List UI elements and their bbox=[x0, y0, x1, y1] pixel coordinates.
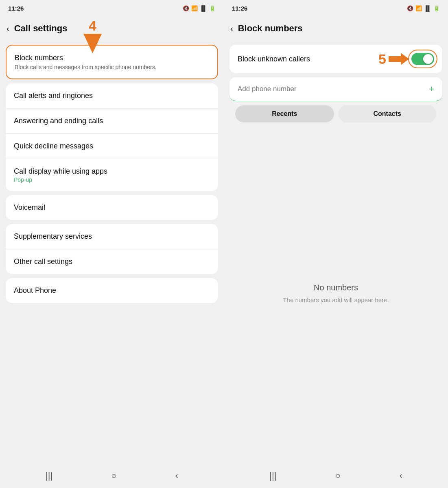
battery-icon: 🔋 bbox=[209, 5, 216, 11]
status-icons-left: 🔇 📶 ▐▌ 🔋 bbox=[183, 5, 216, 11]
annotation-4: 4 bbox=[81, 18, 104, 54]
card-call-options: Call alerts and ringtones Answering and … bbox=[6, 83, 218, 191]
call-display-item[interactable]: Call display while using apps Pop-up bbox=[6, 159, 218, 191]
about-phone-label: About Phone bbox=[14, 286, 210, 295]
add-phone-row[interactable]: + bbox=[229, 77, 442, 101]
time-left: 11:26 bbox=[8, 5, 24, 12]
signal-icon-right: ▐▌ bbox=[424, 5, 431, 11]
status-icons-right: 🔇 📶 ▐▌ 🔋 bbox=[407, 5, 440, 11]
down-arrow-icon bbox=[81, 34, 104, 54]
signal-icon: ▐▌ bbox=[200, 5, 207, 11]
card-supplementary: Supplementary services Other call settin… bbox=[6, 224, 218, 274]
bottom-nav-right: ||| ○ ‹ bbox=[224, 464, 448, 488]
block-unknown-label: Block unknown callers bbox=[238, 55, 310, 63]
annotation-number-5: 5 bbox=[378, 52, 386, 66]
tab-contacts[interactable]: Contacts bbox=[338, 105, 437, 122]
tab-recents[interactable]: Recents bbox=[235, 105, 334, 122]
toggle-knob bbox=[423, 54, 433, 64]
block-numbers-title: Block numbers bbox=[15, 54, 209, 62]
empty-title: No numbers bbox=[314, 283, 358, 292]
card-voicemail: Voicemail bbox=[6, 195, 218, 220]
wifi-icon: 📶 bbox=[191, 5, 198, 11]
back-icon-left[interactable]: ‹ bbox=[175, 471, 178, 481]
home-icon-left[interactable]: ○ bbox=[111, 471, 116, 481]
header-right: ‹ Block numbers bbox=[224, 16, 448, 41]
back-icon-right[interactable]: ‹ bbox=[399, 471, 402, 481]
back-button-right[interactable]: ‹ bbox=[230, 24, 233, 33]
add-phone-input[interactable] bbox=[238, 85, 429, 93]
block-numbers-card[interactable]: Block numbers Block calls and messages f… bbox=[6, 45, 218, 79]
status-bar-right: 11:26 🔇 📶 ▐▌ 🔋 bbox=[224, 0, 448, 16]
call-alerts-label: Call alerts and ringtones bbox=[14, 92, 210, 100]
call-display-label: Call display while using apps bbox=[14, 167, 210, 176]
about-phone-item[interactable]: About Phone bbox=[6, 278, 218, 303]
battery-icon-right: 🔋 bbox=[433, 5, 440, 11]
add-phone-plus-button[interactable]: + bbox=[429, 84, 434, 94]
voicemail-label: Voicemail bbox=[14, 203, 210, 212]
voicemail-item[interactable]: Voicemail bbox=[6, 195, 218, 220]
card-about: About Phone bbox=[6, 278, 218, 303]
supplementary-item[interactable]: Supplementary services bbox=[6, 224, 218, 249]
wifi-icon-right: 📶 bbox=[415, 5, 422, 11]
toggle-track bbox=[411, 53, 434, 65]
block-numbers-subtitle: Block calls and messages from specific p… bbox=[15, 64, 209, 70]
tabs-row: Recents Contacts bbox=[229, 105, 442, 122]
mute-icon-right: 🔇 bbox=[407, 5, 413, 11]
header-left: ‹ Call settings bbox=[0, 16, 224, 41]
content-left: Block numbers Block calls and messages f… bbox=[0, 41, 224, 464]
mute-icon: 🔇 bbox=[183, 5, 189, 11]
annotation-5-area: 5 bbox=[378, 52, 434, 66]
page-title-left: Call settings bbox=[14, 23, 68, 34]
quick-decline-label: Quick decline messages bbox=[14, 142, 210, 150]
home-icon-right[interactable]: ○ bbox=[335, 471, 341, 481]
call-alerts-item[interactable]: Call alerts and ringtones bbox=[6, 83, 218, 109]
menu-icon-right[interactable]: ||| bbox=[269, 471, 276, 481]
page-title-right: Block numbers bbox=[238, 23, 303, 34]
block-unknown-toggle[interactable] bbox=[411, 53, 434, 65]
right-arrow-icon bbox=[389, 53, 409, 65]
empty-subtitle: The numbers you add will appear here. bbox=[283, 296, 389, 303]
menu-icon-left[interactable]: ||| bbox=[46, 471, 52, 481]
back-button-left[interactable]: ‹ bbox=[7, 24, 9, 33]
right-panel: 11:26 🔇 📶 ▐▌ 🔋 ‹ Block numbers Block unk… bbox=[224, 0, 448, 488]
other-call-item[interactable]: Other call settings bbox=[6, 249, 218, 274]
block-numbers-item[interactable]: Block numbers Block calls and messages f… bbox=[7, 46, 217, 78]
status-bar-left: 11:26 🔇 📶 ▐▌ 🔋 bbox=[0, 0, 224, 16]
quick-decline-item[interactable]: Quick decline messages bbox=[6, 134, 218, 159]
svg-marker-0 bbox=[83, 34, 102, 53]
answering-calls-label: Answering and ending calls bbox=[14, 117, 210, 125]
content-right: Block unknown callers 5 bbox=[224, 41, 448, 464]
call-display-subtitle: Pop-up bbox=[14, 176, 210, 183]
other-call-label: Other call settings bbox=[14, 257, 210, 266]
supplementary-label: Supplementary services bbox=[14, 232, 210, 241]
annotation-number-4: 4 bbox=[89, 18, 96, 34]
left-panel: 11:26 🔇 📶 ▐▌ 🔋 ‹ Call settings 4 Block n… bbox=[0, 0, 224, 488]
empty-state: No numbers The numbers you add will appe… bbox=[229, 126, 442, 460]
answering-calls-item[interactable]: Answering and ending calls bbox=[6, 109, 218, 134]
block-unknown-row: Block unknown callers 5 bbox=[229, 45, 442, 73]
toggle-wrapper bbox=[411, 53, 434, 65]
time-right: 11:26 bbox=[232, 5, 247, 12]
bottom-nav-left: ||| ○ ‹ bbox=[0, 464, 224, 488]
svg-marker-1 bbox=[389, 53, 409, 65]
